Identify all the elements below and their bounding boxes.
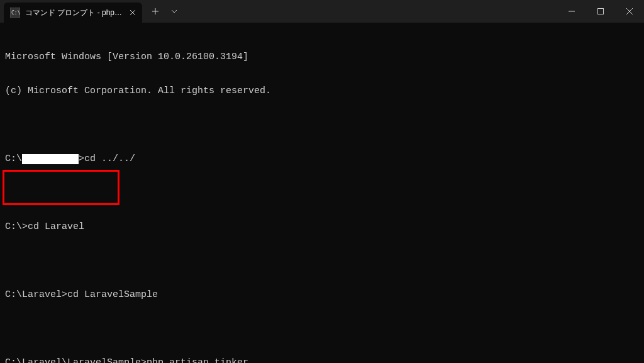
- new-tab-button[interactable]: [146, 2, 165, 21]
- command-text: >cd ../../: [79, 154, 135, 164]
- close-button[interactable]: [615, 0, 644, 23]
- tab-title: コマンド プロンプト - php artisan: [25, 8, 123, 18]
- tab-dropdown-button[interactable]: [165, 2, 184, 21]
- terminal-content: Microsoft Windows [Version 10.0.26100.31…: [5, 29, 639, 363]
- tab-close-button[interactable]: [128, 8, 137, 18]
- command-line: C:\Laravel\LaravelSample>php artisan tin…: [5, 357, 248, 363]
- output-line: (c) Microsoft Corporation. All rights re…: [5, 86, 271, 96]
- prompt-prefix: C:\: [5, 154, 22, 164]
- svg-text:C:\: C:\: [11, 10, 20, 16]
- window-controls: [557, 0, 644, 23]
- command-line: C:\>cd Laravel: [5, 221, 84, 232]
- maximize-button[interactable]: [586, 0, 615, 23]
- terminal-body[interactable]: Microsoft Windows [Version 10.0.26100.31…: [0, 23, 644, 363]
- tab-area: C:\ コマンド プロンプト - php artisan: [0, 0, 557, 23]
- redacted-path: [22, 154, 79, 164]
- titlebar[interactable]: C:\ コマンド プロンプト - php artisan: [0, 0, 644, 23]
- command-line: C:\Laravel>cd LaravelSample: [5, 289, 158, 300]
- cmd-icon: C:\: [10, 8, 20, 18]
- active-tab[interactable]: C:\ コマンド プロンプト - php artisan: [4, 3, 142, 23]
- svg-rect-7: [598, 9, 604, 14]
- output-line: Microsoft Windows [Version 10.0.26100.31…: [5, 52, 248, 62]
- minimize-button[interactable]: [557, 0, 586, 23]
- terminal-window: C:\ コマンド プロンプト - php artisan: [0, 0, 644, 363]
